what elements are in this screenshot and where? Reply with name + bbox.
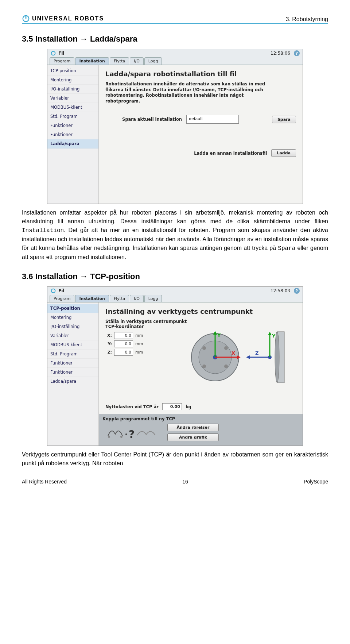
change-graphics-button[interactable]: Ändra grafik — [167, 433, 219, 441]
sidebar-item-funktioner1[interactable]: Funktioner — [47, 121, 98, 130]
save-label: Spara aktuell installation — [105, 117, 182, 122]
tab-flytta[interactable]: Flytta — [110, 295, 129, 302]
coord-x-input[interactable]: 0.0 — [114, 332, 133, 339]
svg-text:Y: Y — [272, 333, 276, 339]
sidebar-item-ladda-spara[interactable]: Ladda/spara — [47, 139, 98, 149]
payload-unit: kg — [186, 404, 191, 409]
payload-label: Nyttolasten vid TCP är — [105, 404, 159, 409]
tab-program[interactable]: Program — [50, 295, 74, 302]
screenshot-tcp-position: Fil 12:58:03 ? Program Installation Flyt… — [47, 286, 303, 446]
sidebar-item-funktioner2[interactable]: Funktioner — [47, 368, 98, 377]
path-scribble-icon: ? — [106, 425, 161, 440]
panel-description: Robotinstallationen innehåller de altern… — [105, 81, 277, 104]
svg-point-3 — [51, 289, 55, 293]
clock-time: 12:58:03 — [271, 288, 290, 293]
sidebar: TCP-position Montering I/O-inställning V… — [47, 302, 99, 446]
svg-text:X: X — [232, 350, 235, 356]
chapter-reference: 3. Robotstyrning — [285, 16, 328, 23]
svg-marker-21 — [246, 355, 250, 359]
footer-page: 16 — [182, 479, 188, 485]
ur-logo-icon — [50, 288, 56, 294]
sidebar-item-stdprogram[interactable]: Std. Program — [47, 350, 98, 359]
sidebar-item-modbus[interactable]: MODBUS-klient — [47, 103, 98, 112]
svg-point-7 — [202, 346, 206, 350]
tab-installation[interactable]: Installation — [75, 295, 109, 302]
save-name-input[interactable]: default — [186, 115, 239, 124]
footer-left: All Rights Reserved — [22, 479, 67, 485]
tab-logg[interactable]: Logg — [144, 57, 162, 65]
load-label: Ladda en annan installationsfil — [194, 151, 267, 156]
subtitle-1: Ställa in verktygets centrumpunkt — [105, 319, 296, 324]
save-button[interactable]: Spara — [272, 116, 296, 123]
sidebar-item-variabler[interactable]: Variabler — [47, 331, 98, 340]
sidebar-item-variabler[interactable]: Variabler — [47, 94, 98, 103]
svg-text:Z: Z — [255, 350, 258, 356]
coord-z-unit: mm — [135, 350, 143, 355]
tab-flytta[interactable]: Flytta — [110, 57, 129, 65]
sidebar-item-funktioner2[interactable]: Funktioner — [47, 130, 98, 139]
section-36-paragraph: Verktygets centrumpunkt eller Tool Cente… — [22, 450, 328, 468]
coord-x-label: X: — [105, 333, 112, 338]
sidebar-item-montering[interactable]: Montering — [47, 313, 98, 322]
tab-logg[interactable]: Logg — [144, 295, 162, 302]
tab-installation[interactable]: Installation — [75, 57, 109, 65]
help-icon[interactable]: ? — [294, 50, 300, 56]
coord-y-input[interactable]: 0.0 — [114, 340, 133, 347]
svg-point-18 — [275, 332, 279, 383]
load-button[interactable]: Ladda — [271, 149, 296, 157]
brand-text: UNIVERSAL ROBOTS — [32, 15, 104, 22]
svg-marker-24 — [268, 332, 272, 335]
screenshot-load-save: Fil 12:58:06 ? Program Installation Flyt… — [47, 49, 303, 204]
coord-z-input[interactable]: 0.0 — [114, 349, 133, 356]
svg-point-29 — [120, 436, 122, 438]
svg-marker-15 — [213, 331, 217, 335]
tab-program[interactable]: Program — [50, 57, 74, 65]
brand: UNIVERSAL ROBOTS — [22, 15, 104, 23]
section-35-heading: 3.5 Installation → Ladda/spara — [22, 34, 328, 44]
clock-time: 12:58:06 — [271, 51, 290, 56]
payload-input[interactable]: 0.00 — [162, 403, 182, 410]
brand-logo-icon — [22, 15, 30, 23]
sidebar: TCP-position Montering I/O-inställning V… — [47, 65, 99, 204]
coord-x-unit: mm — [135, 333, 143, 338]
ur-logo-icon — [50, 50, 56, 56]
footer-right: PolyScope — [304, 479, 328, 485]
sidebar-item-io[interactable]: I/O-inställning — [47, 322, 98, 331]
coord-y-label: Y: — [105, 342, 112, 346]
svg-point-28 — [108, 436, 110, 438]
change-moves-button[interactable]: Ändra rörelser — [167, 424, 219, 431]
section-36-heading: 3.6 Installation → TCP-position — [22, 272, 328, 281]
couple-title: Koppla programmet till ny TCP — [102, 416, 175, 421]
sidebar-item-io[interactable]: I/O-inställning — [47, 85, 98, 94]
main-tabs: Program Installation Flytta I/O Logg — [47, 295, 303, 302]
sidebar-item-tcp[interactable]: TCP-position — [47, 66, 98, 76]
sidebar-item-modbus[interactable]: MODBUS-klient — [47, 340, 98, 350]
tab-io[interactable]: I/O — [130, 57, 144, 65]
svg-text:Y: Y — [217, 332, 221, 338]
coord-y-unit: mm — [135, 342, 143, 346]
svg-point-26 — [125, 433, 127, 435]
coord-z-label: Z: — [105, 350, 112, 355]
panel-title: Ladda/spara robotinstallation till fil — [105, 70, 296, 78]
menu-file[interactable]: Fil — [58, 288, 64, 293]
menu-file[interactable]: Fil — [58, 51, 64, 56]
tab-io[interactable]: I/O — [130, 295, 144, 302]
sidebar-item-montering[interactable]: Montering — [47, 76, 98, 85]
section-35-paragraph: Installationen omfattar aspekter på hur … — [22, 208, 328, 262]
page-footer: All Rights Reserved 16 PolyScope — [22, 479, 328, 485]
svg-point-10 — [224, 365, 228, 368]
main-tabs: Program Installation Flytta I/O Logg — [47, 57, 303, 65]
sidebar-item-ladda-spara[interactable]: Ladda/spara — [47, 377, 98, 386]
svg-point-9 — [202, 365, 206, 368]
svg-point-8 — [224, 346, 228, 350]
sidebar-item-funktioner1[interactable]: Funktioner — [47, 359, 98, 368]
svg-point-2 — [51, 51, 55, 55]
help-icon[interactable]: ? — [294, 288, 300, 294]
sidebar-item-stdprogram[interactable]: Std. Program — [47, 112, 98, 121]
svg-rect-1 — [26, 16, 27, 19]
panel-title: Inställning av verktygets centrumpunkt — [105, 308, 296, 315]
tcp-diagram-icon: X Y Z Y — [182, 324, 295, 390]
svg-text:?: ? — [129, 428, 135, 440]
sidebar-item-tcp[interactable]: TCP-position — [47, 304, 98, 313]
page-header: UNIVERSAL ROBOTS 3. Robotstyrning — [22, 15, 328, 24]
